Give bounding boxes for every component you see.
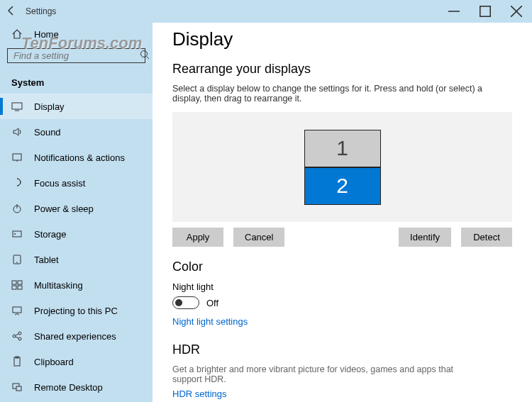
svg-point-22 <box>18 332 21 335</box>
sidebar-item-clipboard[interactable]: Clipboard <box>0 349 153 374</box>
display-buttons-row: Apply Cancel Identify Detect <box>172 228 512 247</box>
sidebar-item-label: Focus assist <box>34 178 85 189</box>
night-light-settings-link[interactable]: Night light settings <box>172 316 512 327</box>
sidebar-item-display[interactable]: Display <box>0 94 153 119</box>
sidebar-item-projecting[interactable]: Projecting to this PC <box>0 298 153 323</box>
search-icon <box>139 49 150 62</box>
sidebar-section-header: System <box>0 70 153 94</box>
night-light-state: Off <box>206 298 218 308</box>
hdr-settings-link[interactable]: HDR settings <box>172 389 512 399</box>
sidebar-home[interactable]: Home <box>0 23 153 45</box>
sidebar-item-label: Storage <box>34 229 67 240</box>
arrow-left-icon <box>6 5 17 16</box>
close-icon <box>511 6 522 17</box>
hdr-description: Get a brighter and more vibrant picture … <box>172 364 456 384</box>
hdr-heading: HDR <box>172 342 512 357</box>
sidebar-item-storage[interactable]: Storage <box>0 221 153 247</box>
svg-rect-12 <box>13 231 21 237</box>
sidebar-item-label: Tablet <box>34 255 59 265</box>
sidebar-item-label: Sound <box>34 127 61 138</box>
monitor-stack: 1 2 <box>304 130 381 205</box>
svg-rect-20 <box>13 307 21 313</box>
display-arrange-area[interactable]: 1 2 <box>172 112 512 222</box>
notifications-icon <box>11 152 23 163</box>
search-box[interactable] <box>7 48 145 63</box>
search-input[interactable] <box>8 50 139 61</box>
identify-button[interactable]: Identify <box>399 228 451 247</box>
sidebar-item-shared-experiences[interactable]: Shared experiences <box>0 323 153 349</box>
svg-line-24 <box>16 334 18 335</box>
sidebar-item-label: Projecting to this PC <box>34 306 118 316</box>
svg-rect-26 <box>14 357 20 366</box>
back-button[interactable] <box>0 5 23 18</box>
night-light-toggle-row: Off <box>172 296 512 309</box>
minimize-icon <box>448 6 460 17</box>
sidebar-item-remote-desktop[interactable]: Remote Desktop <box>0 374 153 400</box>
sidebar-item-power-sleep[interactable]: Power & sleep <box>0 196 153 221</box>
window-title: Settings <box>26 6 56 16</box>
rearrange-description: Select a display below to change the set… <box>172 84 512 104</box>
svg-rect-16 <box>12 281 16 284</box>
sidebar-item-label: Notifications & actions <box>34 152 125 163</box>
svg-rect-29 <box>16 386 21 391</box>
display-icon <box>11 101 23 112</box>
monitor-2[interactable]: 2 <box>304 167 381 205</box>
svg-rect-1 <box>480 6 490 16</box>
maximize-icon <box>480 6 491 17</box>
sidebar-item-label: Multitasking <box>34 280 83 291</box>
focus-assist-icon <box>11 177 23 189</box>
svg-point-23 <box>18 337 21 340</box>
multitasking-icon <box>11 279 23 291</box>
color-heading: Color <box>172 259 512 274</box>
svg-line-5 <box>147 57 150 60</box>
svg-rect-19 <box>18 286 22 289</box>
sidebar-item-label: Shared experiences <box>34 331 116 342</box>
rearrange-heading: Rearrange your displays <box>172 62 512 77</box>
detect-button[interactable]: Detect <box>461 228 512 247</box>
sidebar-item-label: Clipboard <box>34 357 74 367</box>
window-controls <box>438 0 532 23</box>
svg-line-25 <box>16 337 18 338</box>
svg-rect-6 <box>12 103 22 109</box>
storage-icon <box>11 228 23 240</box>
sidebar-item-label: Display <box>34 101 65 112</box>
minimize-button[interactable] <box>438 0 470 23</box>
night-light-toggle[interactable] <box>172 296 199 309</box>
sidebar-home-label: Home <box>34 29 59 40</box>
maximize-button[interactable] <box>470 0 501 23</box>
toggle-knob <box>175 299 182 306</box>
main-content: Display Rearrange your displays Select a… <box>153 23 532 402</box>
clipboard-icon <box>11 356 23 367</box>
night-light-label: Night light <box>172 281 512 292</box>
sidebar-item-label: Remote Desktop <box>34 382 103 393</box>
shared-icon <box>11 330 23 342</box>
page-title: Display <box>172 28 512 50</box>
svg-point-13 <box>14 233 16 235</box>
sidebar-item-multitasking[interactable]: Multitasking <box>0 272 153 298</box>
close-button[interactable] <box>501 0 532 23</box>
svg-rect-17 <box>18 281 22 284</box>
svg-rect-8 <box>13 154 21 160</box>
sidebar-item-focus-assist[interactable]: Focus assist <box>0 170 153 196</box>
sound-icon <box>11 126 23 138</box>
svg-rect-18 <box>12 286 16 289</box>
sidebar-item-tablet[interactable]: Tablet <box>0 247 153 272</box>
remote-desktop-icon <box>11 381 23 393</box>
power-icon <box>11 203 23 214</box>
svg-point-21 <box>13 335 16 337</box>
projecting-icon <box>11 305 23 316</box>
cancel-button[interactable]: Cancel <box>233 228 284 247</box>
sidebar-item-label: Power & sleep <box>34 203 94 214</box>
sidebar: Home System Display Sound Notifications … <box>0 23 153 402</box>
svg-point-4 <box>141 51 148 57</box>
tablet-icon <box>11 254 23 265</box>
sidebar-item-notifications[interactable]: Notifications & actions <box>0 145 153 170</box>
sidebar-item-sound[interactable]: Sound <box>0 119 153 145</box>
titlebar: Settings <box>0 0 532 23</box>
home-icon <box>11 28 23 40</box>
monitor-1[interactable]: 1 <box>304 130 381 167</box>
apply-button[interactable]: Apply <box>172 228 223 247</box>
